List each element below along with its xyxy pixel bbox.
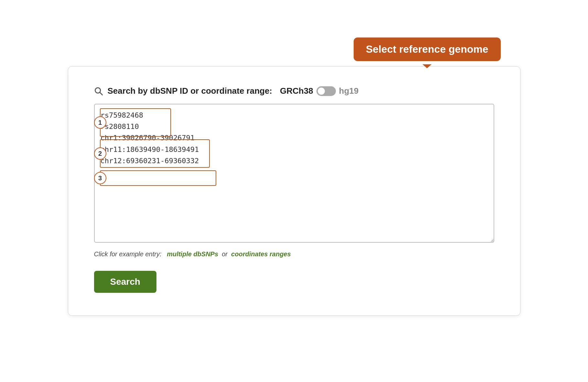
genome-grch38-label: GRCh38 xyxy=(280,86,313,96)
example-entry-middle: or xyxy=(222,250,228,258)
search-icon xyxy=(94,87,103,96)
search-textarea[interactable]: rs75982468 rs2808110 chr1:39026790-39026… xyxy=(94,104,494,243)
genome-toggle-switch[interactable] xyxy=(316,86,336,96)
example-link-coordinates[interactable]: coordinates ranges xyxy=(231,250,291,258)
svg-line-1 xyxy=(100,92,102,95)
main-panel: Select reference genome Search by dbSNP … xyxy=(68,66,520,316)
example-entry-prefix: Click for example entry: xyxy=(94,250,162,258)
tooltip-bubble: Select reference genome xyxy=(354,37,501,61)
tooltip-label: Select reference genome xyxy=(366,43,488,55)
search-label-text: Search by dbSNP ID or coordinate range: xyxy=(108,86,273,96)
genome-hg19-label: hg19 xyxy=(339,86,359,96)
search-label-row: Search by dbSNP ID or coordinate range: … xyxy=(94,86,494,96)
example-entry-row: Click for example entry: multiple dbSNPs… xyxy=(94,250,494,258)
search-button[interactable]: Search xyxy=(94,271,156,293)
textarea-wrapper: rs75982468 rs2808110 chr1:39026790-39026… xyxy=(94,104,494,244)
example-link-dbsnps[interactable]: multiple dbSNPs xyxy=(167,250,218,258)
genome-toggle-group: GRCh38 hg19 xyxy=(280,86,358,96)
